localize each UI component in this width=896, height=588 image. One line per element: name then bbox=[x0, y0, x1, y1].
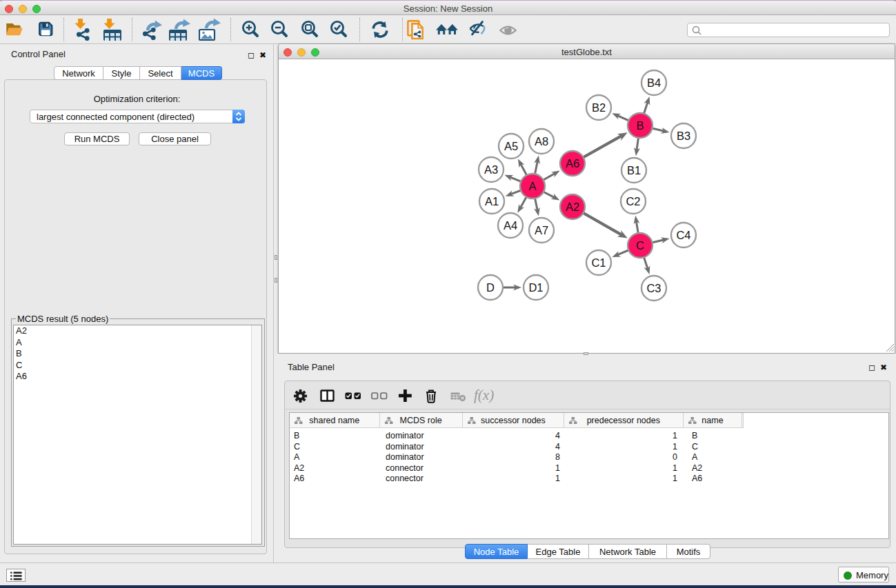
svg-text:A6: A6 bbox=[566, 157, 579, 170]
svg-text:C4: C4 bbox=[676, 229, 690, 241]
svg-text:A: A bbox=[528, 180, 536, 192]
svg-text:B2: B2 bbox=[592, 101, 606, 114]
svg-text:B1: B1 bbox=[627, 164, 641, 176]
svg-text:A1: A1 bbox=[485, 195, 499, 207]
svg-text:A7: A7 bbox=[535, 224, 548, 236]
svg-text:C: C bbox=[636, 239, 644, 252]
svg-text:C1: C1 bbox=[591, 256, 606, 269]
svg-text:A2: A2 bbox=[566, 201, 579, 213]
svg-text:A8: A8 bbox=[535, 135, 548, 148]
svg-text:D1: D1 bbox=[528, 281, 543, 294]
svg-text:A4: A4 bbox=[504, 219, 517, 232]
svg-text:B4: B4 bbox=[647, 77, 661, 89]
svg-text:B: B bbox=[636, 119, 644, 132]
svg-text:C3: C3 bbox=[646, 282, 661, 294]
svg-text:C2: C2 bbox=[626, 195, 640, 207]
svg-text:A3: A3 bbox=[484, 163, 498, 176]
svg-text:B3: B3 bbox=[677, 130, 690, 142]
svg-text:D: D bbox=[486, 281, 495, 294]
svg-text:A5: A5 bbox=[504, 140, 518, 152]
